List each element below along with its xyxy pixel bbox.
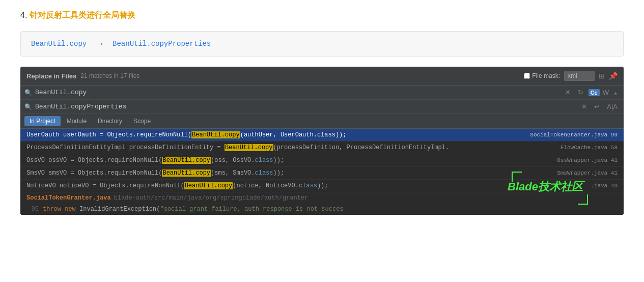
table-row[interactable]: ProcessDefinitionEntityImpl processDefin… [20,142,624,154]
replace-value: BeanUtil.copyProperties [35,103,126,110]
refresh-icon[interactable]: ↻ [576,88,585,97]
case-options-icon[interactable]: A|A [605,102,620,111]
case-sensitive-badge[interactable]: Cc [589,89,600,96]
replace-row: 🔍 BeanUtil.copyProperties ✕ ↩ A|A [20,100,624,114]
panel-title: Replace in Files [26,72,76,80]
corner-bracket-br [578,194,588,205]
section-title-highlight: 针对反射工具类进行全局替换 [30,11,135,19]
match-highlight: BeanUtil.copy [225,144,273,151]
clear-replace-icon[interactable]: ✕ [579,102,589,111]
file-mask-checkbox[interactable]: File mask: [524,72,560,79]
throw-keyword: throw [43,206,61,213]
file-mask-input[interactable] [564,71,595,81]
replace-row-left: 🔍 BeanUtil.copyProperties [24,103,579,110]
file-path-detail: blade-auth/src/main/java/org/springblade… [114,194,309,202]
match-highlight: BeanUtil.copy [191,131,240,138]
arrow-symbol: → [97,39,102,49]
replace-next-icon[interactable]: ↩ [592,102,602,111]
to-text: BeanUtil.copyProperties [113,40,211,48]
result-file: .java 43 [591,183,618,189]
from-text: BeanUtil.copy [31,40,87,48]
tab-directory[interactable]: Directory [93,116,127,126]
match-highlight: BeanUtil.copy [162,157,211,164]
result-file: FlowCache.java 58 [561,145,618,151]
result-file: SmsWrapper.java 41 [557,170,618,176]
result-code: NoticeVO noticeVO = Objects.requireNonNu… [26,182,591,189]
tab-scope[interactable]: Scope [128,116,156,126]
result-code: UserOauth userOauth = Objects.requireNon… [26,131,530,138]
match-highlight: BeanUtil.copy [162,170,211,177]
result-code: OssVO ossVO = Objects.requireNonNull(Bea… [26,157,557,164]
result-file: SocialTokenGranter.java 99 [530,132,618,138]
pin-icon[interactable]: 📌 [609,72,618,80]
search-actions: ✕ ↻ Cc W ⁎ [563,88,620,97]
new-keyword: new [65,206,76,213]
result-file: OssWrapper.java 41 [557,157,618,163]
replace-actions: ✕ ↩ A|A [579,102,620,111]
result-code: SmsVO smsVO = Objects.requireNonNull(Bea… [26,170,557,177]
filter-icon[interactable]: ⊞ [599,72,605,80]
match-highlight: BeanUtil.copy [184,182,233,189]
section-number: 4. [20,11,27,19]
word-badge[interactable]: W [603,89,609,96]
section-title: 4. 针对反射工具类进行全局替换 [20,10,624,21]
tab-in-project[interactable]: In Project [24,116,61,126]
replace-icon: 🔍 [24,103,32,110]
result-code: ProcessDefinitionEntityImpl processDefin… [26,144,561,151]
clear-search-icon[interactable]: ✕ [563,88,573,97]
results-area: UserOauth userOauth = Objects.requireNon… [20,129,624,215]
panel-header-left: Replace in Files 21 matches in 17 files [26,72,139,80]
table-row[interactable]: OssVO ossVO = Objects.requireNonNull(Bea… [20,154,624,167]
arrow-diagram: BeanUtil.copy → BeanUtil.copyProperties [20,31,624,57]
tabs-row: In Project Module Directory Scope [20,114,624,129]
search-row-left: 🔍 BeanUtil.copy [24,89,563,96]
corner-bracket-tl [512,172,522,182]
panel-header: Replace in Files 21 matches in 17 files … [20,67,624,86]
ide-panel: java Replace in Files 21 matches in 17 f… [20,67,624,215]
panel-header-right: File mask: ⊞ 📌 [524,71,618,81]
more-options-icon[interactable]: ⁎ [612,88,620,97]
tab-module[interactable]: Module [62,116,92,126]
table-row[interactable]: UserOauth userOauth = Objects.requireNon… [20,129,624,142]
search-row: 🔍 BeanUtil.copy ✕ ↻ Cc W ⁎ [20,86,624,100]
code-line-row: 95 throw new InvalidGrantException("soci… [20,204,624,215]
match-count: 21 matches in 17 files [80,72,139,79]
code-content: throw new InvalidGrantException("social … [43,206,344,213]
line-number: 95 [26,206,39,213]
search-icon: 🔍 [24,89,32,96]
file-mask-checkbox-input[interactable] [524,73,530,79]
table-row[interactable]: SmsVO smsVO = Objects.requireNonNull(Bea… [20,167,624,180]
file-path-name: SocialTokenGranter.java [26,194,111,202]
search-value: BeanUtil.copy [35,89,87,96]
file-mask-label: File mask: [532,72,560,79]
